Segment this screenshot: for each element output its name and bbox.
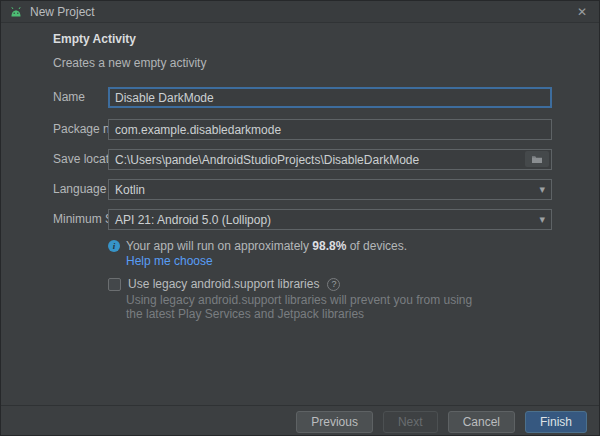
title-bar: New Project ✕ xyxy=(1,1,599,23)
name-label: Name xyxy=(53,90,85,104)
chevron-down-icon: ▾ xyxy=(539,183,545,196)
save-location-input[interactable] xyxy=(108,149,552,170)
min-sdk-select[interactable]: API 21: Android 5.0 (Lollipop) ▾ xyxy=(108,209,552,230)
min-sdk-row: Minimum SDK API 21: Android 5.0 (Lollipo… xyxy=(1,209,599,230)
next-button[interactable]: Next xyxy=(383,411,438,433)
folder-icon xyxy=(531,152,543,167)
language-value: Kotlin xyxy=(115,183,145,197)
package-row: Package name xyxy=(1,119,599,140)
legacy-checkbox[interactable] xyxy=(108,278,121,291)
sdk-info-text: Your app will run on approximately 98.8%… xyxy=(126,239,407,253)
save-location-row: Save location xyxy=(1,149,599,170)
info-icon: i xyxy=(108,240,120,252)
page-subtitle: Creates a new empty activity xyxy=(53,56,206,70)
finish-button[interactable]: Finish xyxy=(525,411,587,433)
legacy-description-line1: Using legacy android.support libraries w… xyxy=(126,293,472,307)
cancel-button[interactable]: Cancel xyxy=(448,411,515,433)
name-input[interactable] xyxy=(108,87,552,108)
help-me-choose-link[interactable]: Help me choose xyxy=(126,254,213,268)
language-label: Language xyxy=(53,182,106,196)
package-input[interactable] xyxy=(108,119,552,140)
language-select[interactable]: Kotlin ▾ xyxy=(108,179,552,200)
window-title: New Project xyxy=(30,5,95,19)
min-sdk-value: API 21: Android 5.0 (Lollipop) xyxy=(115,213,271,227)
legacy-description-line2: the latest Play Services and Jetpack lib… xyxy=(126,307,364,321)
legacy-checkbox-label: Use legacy android.support libraries xyxy=(128,277,319,291)
legacy-checkbox-row: Use legacy android.support libraries ? xyxy=(108,277,340,291)
footer-divider xyxy=(1,405,599,406)
page-title: Empty Activity xyxy=(53,32,136,46)
device-percent: 98.8% xyxy=(312,239,346,253)
android-icon xyxy=(9,6,23,18)
close-icon[interactable]: ✕ xyxy=(573,4,591,20)
help-icon[interactable]: ? xyxy=(327,278,340,291)
browse-folder-button[interactable] xyxy=(525,151,549,167)
name-row: Name xyxy=(1,87,599,108)
button-bar: Previous Next Cancel Finish xyxy=(296,411,587,433)
previous-button[interactable]: Previous xyxy=(296,411,373,433)
new-project-dialog: New Project ✕ Empty Activity Creates a n… xyxy=(0,0,600,436)
sdk-info: i Your app will run on approximately 98.… xyxy=(108,239,407,253)
chevron-down-icon: ▾ xyxy=(539,213,545,226)
language-row: Language Kotlin ▾ xyxy=(1,179,599,200)
